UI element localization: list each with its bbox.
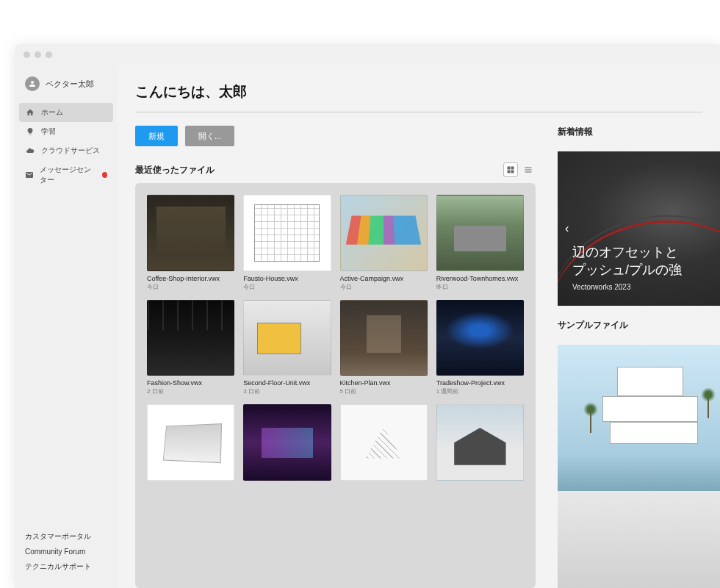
- sidebar: ベクター太郎 ホーム 学習 クラウドサービス メッセージセンター: [15, 65, 118, 588]
- list-view-button[interactable]: [521, 162, 536, 177]
- traffic-light-close[interactable]: [24, 51, 30, 58]
- file-card[interactable]: [147, 404, 234, 481]
- file-date: 1 週間前: [436, 387, 524, 395]
- user-name: ベクター太郎: [46, 79, 94, 90]
- app-window: ベクター太郎 ホーム 学習 クラウドサービス メッセージセンター: [15, 44, 720, 588]
- file-name: Kitchen-Plan.vwx: [340, 379, 428, 387]
- file-name: Fausto-House.vwx: [243, 275, 331, 282]
- notification-badge: [102, 172, 107, 178]
- list-icon: [524, 165, 533, 174]
- file-card[interactable]: Riverwood-Townhomes.vwx昨日: [436, 195, 524, 291]
- recent-files-panel: Coffee-Shop-Interior.vwx今日Fausto-House.v…: [135, 183, 536, 588]
- file-name: Fashion-Show.vwx: [147, 379, 234, 387]
- file-card[interactable]: Tradeshow-Project.vwx1 週間前: [436, 300, 524, 396]
- file-name: Coffee-Shop-Interior.vwx: [147, 275, 234, 282]
- file-thumbnail: [243, 300, 331, 376]
- file-name: Tradeshow-Project.vwx: [436, 379, 524, 387]
- file-card[interactable]: [340, 404, 428, 481]
- file-card[interactable]: Second-Floor-Unit.vwx3 日前: [243, 300, 331, 396]
- recent-files-title: 最近使ったファイル: [135, 164, 215, 176]
- sidebar-footer: カスタマーポータル Community Forum テクニカルサポート: [15, 531, 118, 582]
- file-card[interactable]: [436, 404, 524, 481]
- traffic-light-min[interactable]: [35, 51, 41, 58]
- file-date: 2 日前: [147, 387, 234, 395]
- window-titlebar: [15, 44, 720, 65]
- grid-view-button[interactable]: [503, 162, 518, 177]
- bulb-icon: [25, 126, 35, 137]
- user-row[interactable]: ベクター太郎: [15, 71, 118, 103]
- file-date: 今日: [243, 283, 331, 291]
- footer-link-forum[interactable]: Community Forum: [25, 548, 107, 556]
- file-grid: Coffee-Shop-Interior.vwx今日Fausto-House.v…: [147, 195, 524, 481]
- mail-icon: [25, 170, 34, 180]
- news-subtitle: Vectorworks 2023: [572, 283, 682, 291]
- traffic-light-max[interactable]: [46, 51, 52, 58]
- file-thumbnail: [147, 300, 234, 376]
- chevron-left-icon[interactable]: ‹: [565, 222, 569, 235]
- file-card[interactable]: Fashion-Show.vwx2 日前: [147, 300, 234, 396]
- avatar-icon: [25, 76, 40, 91]
- sidebar-nav: ホーム 学習 クラウドサービス メッセージセンター: [15, 103, 118, 190]
- sidebar-item-label: クラウドサービス: [41, 146, 100, 156]
- recent-header: 最近使ったファイル: [135, 162, 536, 177]
- file-date: 今日: [147, 283, 234, 291]
- sample-file-card[interactable]: [558, 345, 720, 588]
- news-title: 辺のオフセットとプッシュ/プルの強: [572, 244, 682, 279]
- file-card[interactable]: Active-Campaign.vwx今日: [340, 195, 428, 291]
- app-body: ベクター太郎 ホーム 学習 クラウドサービス メッセージセンター: [15, 65, 720, 588]
- file-thumbnail: [243, 195, 331, 271]
- file-thumbnail: [243, 404, 331, 481]
- main-content: こんにちは、太郎 新規 開く... 最近使ったファイル: [118, 65, 720, 588]
- file-date: 今日: [340, 283, 428, 291]
- file-name: Active-Campaign.vwx: [340, 275, 428, 282]
- file-card[interactable]: Fausto-House.vwx今日: [243, 195, 331, 291]
- footer-link-support[interactable]: テクニカルサポート: [25, 562, 107, 572]
- file-date: 5 日前: [340, 387, 428, 395]
- home-icon: [25, 107, 35, 118]
- action-buttons: 新規 開く...: [135, 126, 536, 146]
- sidebar-item-label: ホーム: [41, 107, 63, 118]
- file-thumbnail: [340, 195, 428, 271]
- page-title: こんにちは、太郎: [135, 82, 702, 112]
- sidebar-item-label: 学習: [41, 126, 56, 137]
- file-thumbnail: [340, 300, 428, 376]
- new-button[interactable]: 新規: [135, 126, 178, 146]
- file-card[interactable]: [243, 404, 331, 481]
- file-thumbnail: [147, 404, 234, 481]
- file-thumbnail: [340, 404, 428, 481]
- samples-section-title: サンプルファイル: [558, 319, 720, 331]
- grid-icon: [506, 165, 515, 174]
- sidebar-item-messages[interactable]: メッセージセンター: [15, 160, 118, 190]
- file-name: Second-Floor-Unit.vwx: [243, 379, 331, 387]
- file-thumbnail: [147, 195, 234, 271]
- file-card[interactable]: Kitchen-Plan.vwx5 日前: [340, 300, 428, 396]
- file-thumbnail: [436, 404, 524, 481]
- right-column: 新着情報 ‹ 辺のオフセットとプッシュ/プルの強 Vectorworks 202…: [558, 126, 720, 588]
- news-card[interactable]: ‹ 辺のオフセットとプッシュ/プルの強 Vectorworks 2023: [558, 151, 720, 306]
- file-card[interactable]: Coffee-Shop-Interior.vwx今日: [147, 195, 234, 291]
- view-toggle: [503, 162, 536, 177]
- cloud-icon: [25, 146, 35, 156]
- footer-link-portal[interactable]: カスタマーポータル: [25, 531, 107, 542]
- news-section-title: 新着情報: [558, 126, 720, 138]
- left-column: 新規 開く... 最近使ったファイル: [135, 126, 536, 588]
- sidebar-item-home[interactable]: ホーム: [19, 103, 113, 122]
- file-name: Riverwood-Townhomes.vwx: [436, 275, 524, 282]
- file-date: 3 日前: [243, 387, 331, 395]
- sidebar-item-label: メッセージセンター: [40, 165, 96, 185]
- sidebar-item-cloud[interactable]: クラウドサービス: [15, 141, 118, 160]
- sidebar-item-learn[interactable]: 学習: [15, 122, 118, 141]
- file-date: 昨日: [436, 283, 524, 291]
- content-row: 新規 開く... 最近使ったファイル: [135, 126, 720, 588]
- file-thumbnail: [436, 195, 524, 271]
- file-thumbnail: [436, 300, 524, 376]
- open-button[interactable]: 開く...: [185, 126, 234, 146]
